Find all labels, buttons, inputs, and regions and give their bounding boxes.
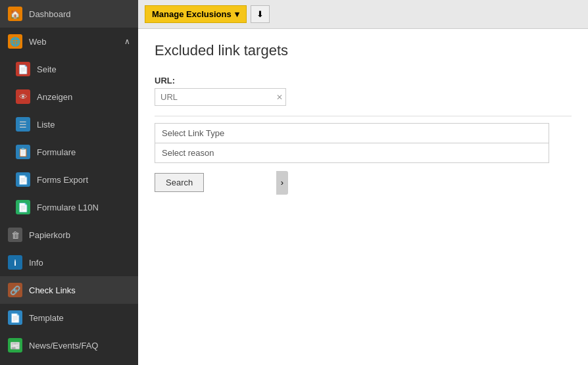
sidebar-item-formulare-l10n[interactable]: 📄 Formulare L10N [0, 193, 138, 221]
info-icon: i [8, 255, 22, 270]
sidebar-item-label: Formulare L10N [37, 203, 99, 212]
template-icon: 📄 [8, 310, 22, 325]
seite-icon: 📄 [16, 62, 30, 76]
export-icon-button[interactable]: ⬇ [251, 5, 270, 23]
collapse-arrow-icon: › [281, 178, 283, 187]
sidebar-collapse-button[interactable]: › [276, 171, 288, 195]
web-icon: 🌐 [8, 34, 22, 49]
sidebar-item-label: News/Events/FAQ [29, 341, 98, 351]
sidebar-item-label: Info [29, 258, 43, 268]
manage-exclusions-button[interactable]: Manage Exclusions ▾ [145, 5, 247, 23]
sidebar-item-info[interactable]: i Info [0, 249, 138, 276]
check-links-icon: 🔗 [8, 283, 22, 297]
sidebar-item-label: Forms Export [37, 175, 88, 185]
sidebar-item-seite[interactable]: 📄 Seite [0, 55, 138, 83]
sidebar-item-anzeigen[interactable]: 👁 Anzeigen [0, 83, 138, 110]
forms-export-icon: 📄 [16, 172, 30, 187]
sidebar-item-papierkorb[interactable]: 🗑 Papierkorb [0, 221, 138, 249]
divider [155, 116, 572, 116]
dropdown-arrow-icon: ▾ [235, 9, 239, 19]
select-reason-label: Select reason [162, 148, 214, 158]
sidebar-item-forms-export[interactable]: 📄 Forms Export [0, 166, 138, 193]
search-button[interactable]: Search [155, 173, 204, 192]
sidebar-item-liste[interactable]: ☰ Liste [0, 110, 138, 138]
sidebar-item-label: Web [29, 37, 47, 47]
sidebar-item-label: Dashboard [29, 9, 71, 19]
sidebar-item-template[interactable]: 📄 Template [0, 304, 138, 331]
url-section: URL: ✕ [155, 76, 572, 106]
manage-exclusions-label: Manage Exclusions [152, 9, 232, 19]
sidebar-item-check-links[interactable]: 🔗 Check Links [0, 276, 138, 304]
main-wrapper: Manage Exclusions ▾ ⬇ Excluded link targ… [138, 0, 588, 365]
toolbar: Manage Exclusions ▾ ⬇ [138, 0, 588, 29]
page-title: Excluded link targets [155, 42, 572, 59]
sidebar-item-label: Template [29, 313, 64, 323]
liste-icon: ☰ [16, 117, 30, 132]
formulare-l10n-icon: 📄 [16, 200, 30, 214]
sidebar-item-web[interactable]: 🌐 Web ∧ [0, 28, 138, 55]
sidebar-item-label: Papierkorb [29, 230, 70, 240]
anzeigen-icon: 👁 [16, 89, 30, 104]
sidebar: 🏠 Dashboard 🌐 Web ∧ 📄 Seite 👁 Anzeigen ☰… [0, 0, 138, 365]
formulare-icon: 📋 [16, 145, 30, 159]
select-link-type-label: Select Link Type [162, 128, 224, 138]
sidebar-item-label: Anzeigen [37, 92, 72, 102]
url-clear-icon[interactable]: ✕ [276, 93, 283, 102]
sidebar-item-dashboard[interactable]: 🏠 Dashboard [0, 0, 138, 28]
dashboard-icon: 🏠 [8, 7, 22, 21]
select-reason[interactable]: Select reason [155, 143, 549, 163]
sidebar-item-label: Liste [37, 120, 55, 130]
content-area: Excluded link targets URL: ✕ Select Link… [138, 29, 588, 365]
url-input[interactable] [155, 88, 286, 106]
sidebar-item-formulare[interactable]: 📋 Formulare [0, 138, 138, 166]
sidebar-item-label: Seite [37, 64, 57, 74]
select-link-type[interactable]: Select Link Type [155, 123, 549, 143]
url-label: URL: [155, 76, 572, 85]
papierkorb-icon: 🗑 [8, 228, 22, 242]
news-icon: 📰 [8, 338, 22, 353]
sidebar-item-label: Formulare [37, 147, 76, 157]
web-collapse-arrow: ∧ [124, 37, 130, 46]
sidebar-item-label: Check Links [29, 285, 76, 295]
search-button-label: Search [166, 178, 193, 187]
sidebar-item-news-events-faq[interactable]: 📰 News/Events/FAQ [0, 331, 138, 359]
url-input-wrapper: ✕ [155, 88, 286, 106]
export-icon: ⬇ [257, 9, 264, 19]
